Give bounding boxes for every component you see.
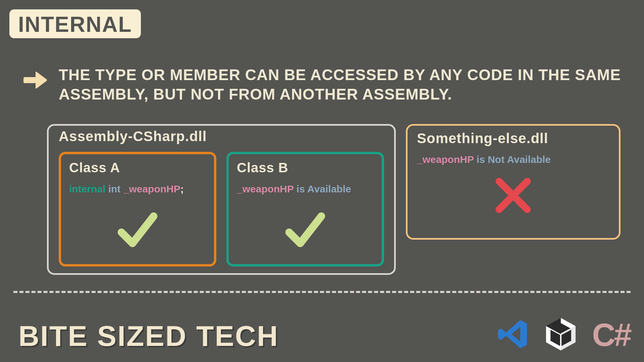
class-b-title: Class B: [237, 160, 374, 175]
class-a-box: Class A internal int _weaponHP;: [59, 152, 216, 266]
other-status-line: _weaponHP is Not Available: [417, 154, 609, 165]
divider: [13, 291, 631, 293]
assembly-other-box: Something-else.dll _weaponHP is Not Avai…: [406, 124, 621, 240]
assembly-csharp-box: Assembly-CSharp.dll Class A internal int…: [47, 124, 396, 275]
keyword-int: int: [108, 183, 121, 194]
variable-weaponhp: _weaponHP: [123, 183, 180, 194]
class-a-title: Class A: [69, 160, 206, 175]
keyword-internal: internal: [69, 183, 105, 194]
vscode-icon: [496, 317, 530, 352]
unity-icon: [542, 316, 579, 354]
title-badge: INTERNAL: [9, 9, 141, 38]
assembly-other-label: Something-else.dll: [417, 130, 609, 146]
cross-icon: [417, 172, 609, 220]
not-available-text: is Not Available: [474, 154, 551, 165]
check-icon: [69, 204, 206, 256]
available-text: is Available: [294, 183, 351, 194]
brand-text: BITE SIZED TECH: [18, 319, 279, 353]
check-icon: [237, 204, 374, 256]
description-text: The type or member can be accessed by an…: [59, 65, 624, 104]
assembly-csharp-label: Assembly-CSharp.dll: [59, 128, 207, 144]
variable-weaponhp: _weaponHP: [417, 154, 474, 165]
class-b-status-line: _weaponHP is Available: [237, 183, 374, 195]
variable-weaponhp: _weaponHP: [237, 183, 294, 194]
semicolon: ;: [180, 183, 184, 194]
arrow-right-icon: [23, 70, 48, 91]
class-a-code: internal int _weaponHP;: [69, 183, 206, 195]
csharp-icon: C#: [592, 316, 631, 353]
footer-icons: C#: [496, 316, 631, 354]
class-b-box: Class B _weaponHP is Available: [226, 152, 384, 266]
